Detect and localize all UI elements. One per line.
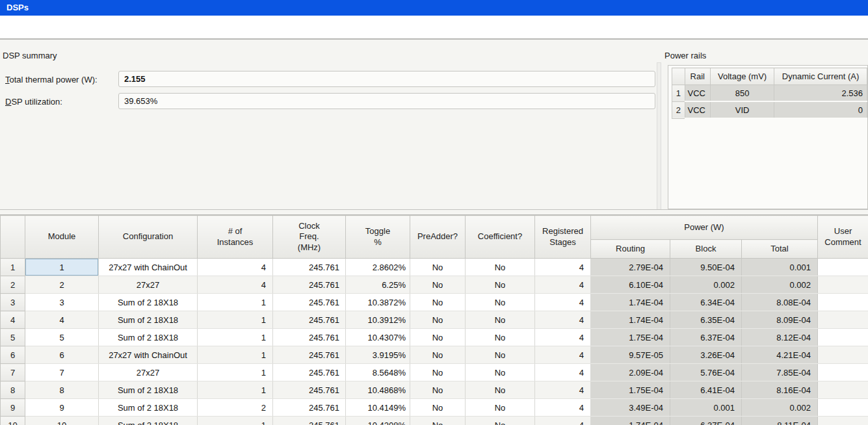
cell-power-routing[interactable]: 2.79E-04 [591,259,670,276]
cell-power-routing[interactable]: 1.75E-04 [591,381,670,399]
row-number[interactable]: 10 [1,417,25,425]
cell-registered-stages[interactable]: 4 [535,294,591,311]
col-header-power-group[interactable]: Power (W) [591,216,818,240]
row-number[interactable]: 4 [1,311,25,329]
cell-toggle[interactable]: 3.9195% [346,346,410,364]
cell-power-block[interactable]: 6.37E-04 [670,329,742,346]
col-header-block[interactable]: Block [670,240,742,259]
cell-power-total[interactable]: 8.08E-04 [742,294,818,311]
rails-corner-header[interactable] [672,68,685,85]
cell-user-comment[interactable] [818,259,868,276]
cell-toggle[interactable]: 10.3912% [346,311,410,329]
row-number[interactable]: 7 [1,364,25,381]
vertical-scrollbar[interactable] [657,62,661,210]
rail-name-cell[interactable]: VCC [685,85,711,102]
cell-configuration[interactable]: Sum of 2 18X18 [99,329,198,346]
cell-configuration[interactable]: Sum of 2 18X18 [99,399,198,417]
cell-clock-freq[interactable]: 245.761 [273,364,346,381]
cell-power-block[interactable]: 6.41E-04 [670,381,742,399]
cell-power-block[interactable]: 6.35E-04 [670,311,742,329]
cell-user-comment[interactable] [818,276,868,294]
cell-module[interactable]: 8 [25,381,99,399]
cell-coefficient[interactable]: No [466,259,535,276]
cell-configuration[interactable]: 27x27 with ChainOut [99,259,198,276]
rail-name-cell[interactable]: VCC [685,101,711,118]
cell-toggle[interactable]: 2.8602% [346,259,410,276]
rails-col-header-rail[interactable]: Rail [685,68,711,85]
cell-power-total[interactable]: 8.16E-04 [742,381,818,399]
cell-user-comment[interactable] [818,311,868,329]
rail-row-number[interactable]: 2 [672,101,685,118]
cell-clock-freq[interactable]: 245.761 [273,417,346,425]
cell-user-comment[interactable] [818,346,868,364]
col-header-instances[interactable]: # of Instances [198,216,273,259]
cell-power-routing[interactable]: 3.49E-04 [591,399,670,417]
cell-registered-stages[interactable]: 4 [535,399,591,417]
cell-preadder[interactable]: No [410,311,466,329]
cell-clock-freq[interactable]: 245.761 [273,346,346,364]
cell-power-routing[interactable]: 1.74E-04 [591,311,670,329]
cell-power-block[interactable]: 5.76E-04 [670,364,742,381]
cell-coefficient[interactable]: No [466,294,535,311]
cell-module[interactable]: 6 [25,346,99,364]
row-number[interactable]: 2 [1,276,25,294]
cell-clock-freq[interactable]: 245.761 [273,329,346,346]
cell-registered-stages[interactable]: 4 [535,381,591,399]
cell-coefficient[interactable]: No [466,417,535,425]
cell-module[interactable]: 5 [25,329,99,346]
cell-instances[interactable]: 1 [198,346,273,364]
cell-power-routing[interactable]: 1.74E-04 [591,417,670,425]
cell-power-total[interactable]: 8.11E-04 [742,417,818,425]
cell-instances[interactable]: 1 [198,381,273,399]
cell-registered-stages[interactable]: 4 [535,259,591,276]
cell-user-comment[interactable] [818,381,868,399]
cell-coefficient[interactable]: No [466,364,535,381]
cell-module[interactable]: 1 [25,259,99,276]
cell-power-total[interactable]: 8.12E-04 [742,329,818,346]
cell-module[interactable]: 2 [25,276,99,294]
cell-preadder[interactable]: No [410,399,466,417]
cell-power-block[interactable]: 0.002 [670,276,742,294]
cell-user-comment[interactable] [818,364,868,381]
cell-power-total[interactable]: 4.21E-04 [742,346,818,364]
cell-instances[interactable]: 1 [198,294,273,311]
col-header-preadder[interactable]: PreAdder? [410,216,466,259]
cell-configuration[interactable]: Sum of 2 18X18 [99,417,198,425]
rails-col-header-current[interactable]: Dynamic Current (A) [774,68,867,85]
cell-power-total[interactable]: 7.85E-04 [742,364,818,381]
cell-power-routing[interactable]: 9.57E-05 [591,346,670,364]
rail-voltage-cell[interactable]: 850 [711,85,774,102]
dsp-corner-header[interactable] [1,216,25,259]
cell-coefficient[interactable]: No [466,311,535,329]
row-number[interactable]: 3 [1,294,25,311]
cell-power-total[interactable]: 0.002 [742,276,818,294]
cell-clock-freq[interactable]: 245.761 [273,294,346,311]
cell-coefficient[interactable]: No [466,399,535,417]
dsp-utilization-field[interactable]: 39.653% [118,93,655,109]
cell-user-comment[interactable] [818,294,868,311]
cell-power-block[interactable]: 0.001 [670,399,742,417]
cell-power-routing[interactable]: 1.74E-04 [591,294,670,311]
cell-instances[interactable]: 1 [198,311,273,329]
cell-preadder[interactable]: No [410,346,466,364]
col-header-toggle[interactable]: Toggle % [346,216,410,259]
cell-toggle[interactable]: 10.4149% [346,399,410,417]
cell-registered-stages[interactable]: 4 [535,364,591,381]
cell-module[interactable]: 9 [25,399,99,417]
cell-module[interactable]: 10 [25,417,99,425]
rail-current-cell[interactable]: 0 [774,101,867,118]
col-header-clock-freq[interactable]: Clock Freq. (MHz) [273,216,346,259]
col-header-total[interactable]: Total [742,240,818,259]
cell-coefficient[interactable]: No [466,346,535,364]
cell-registered-stages[interactable]: 4 [535,417,591,425]
col-header-coefficient[interactable]: Coefficient? [466,216,535,259]
cell-power-total[interactable]: 0.001 [742,259,818,276]
cell-configuration[interactable]: Sum of 2 18X18 [99,294,198,311]
cell-preadder[interactable]: No [410,417,466,425]
row-number[interactable]: 6 [1,346,25,364]
cell-configuration[interactable]: 27x27 [99,276,198,294]
rail-row-number[interactable]: 1 [672,85,685,102]
cell-module[interactable]: 4 [25,311,99,329]
rails-col-header-voltage[interactable]: Voltage (mV) [711,68,774,85]
cell-power-total[interactable]: 8.09E-04 [742,311,818,329]
